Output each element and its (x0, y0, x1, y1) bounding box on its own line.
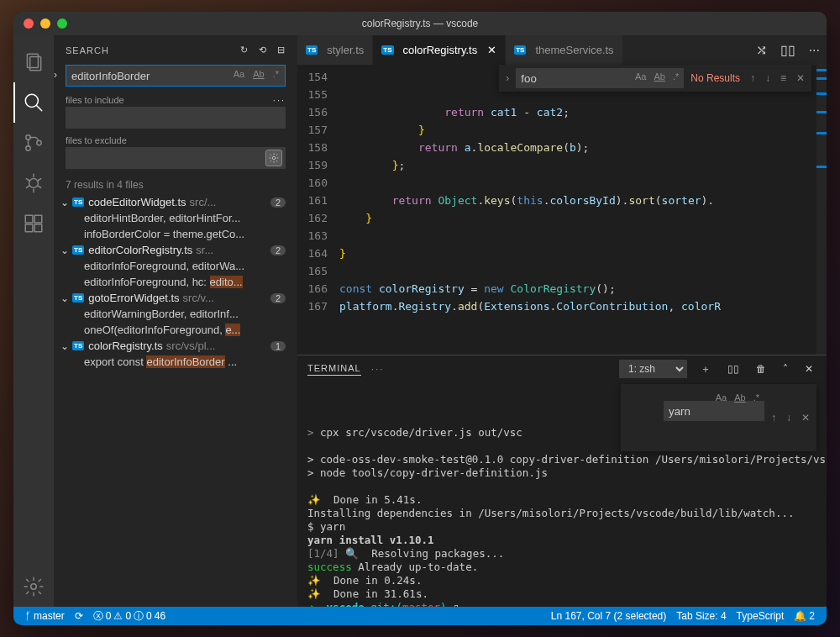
result-file-row[interactable]: ⌄TSeditorColorRegistry.tssr...2 (54, 242, 297, 258)
tab-label: colorRegistry.ts (403, 44, 478, 56)
editor-body[interactable]: 1541551561571581591601611621631641651661… (297, 65, 827, 355)
result-match-row[interactable]: infoBorderColor = theme.getCo... (54, 226, 297, 242)
term-match-case-icon[interactable]: Aa (712, 389, 730, 406)
close-tab-icon[interactable]: ✕ (487, 44, 496, 56)
result-file-row[interactable]: ⌄TScodeEditorWidget.tssrc/...2 (54, 194, 297, 210)
result-match-row[interactable]: editorWarningBorder, editorInf... (54, 306, 297, 322)
ts-file-icon: TS (72, 197, 84, 207)
search-icon[interactable] (13, 82, 54, 123)
term-find-next-icon[interactable]: ↓ (783, 409, 795, 426)
language-mode-status[interactable]: TypeScript (732, 610, 790, 622)
find-next-icon[interactable]: ↓ (762, 71, 774, 86)
git-branch-status[interactable]: ᚶ master (20, 610, 70, 622)
kill-terminal-icon[interactable]: 🗑 (753, 363, 769, 375)
find-match-case-icon[interactable]: Aa (632, 70, 649, 83)
collapse-icon[interactable]: ⊟ (277, 45, 286, 55)
chevron-down-icon[interactable]: ⌄ (60, 340, 72, 352)
terminal-find-widget: Aa Ab .* ↑ ↓ ✕ (621, 384, 816, 451)
split-terminal-icon[interactable]: ▯▯ (724, 363, 743, 375)
files-include-input[interactable] (66, 107, 286, 129)
maximize-panel-icon[interactable]: ˄ (780, 363, 791, 375)
extensions-icon[interactable] (13, 203, 54, 244)
find-regex-icon[interactable]: .* (669, 70, 682, 83)
find-prev-icon[interactable]: ↑ (747, 71, 759, 86)
more-editor-icon[interactable]: ··· (802, 35, 827, 65)
svg-line-10 (38, 179, 40, 181)
files-exclude-input[interactable] (66, 147, 286, 169)
term-regex-icon[interactable]: .* (750, 389, 763, 406)
find-selection-icon[interactable]: ≡ (777, 71, 790, 86)
terminal-tab-label[interactable]: TERMINAL (307, 363, 361, 376)
explorer-icon[interactable] (13, 42, 54, 82)
editor-tab[interactable]: TSstyler.ts (297, 35, 373, 65)
vscode-window: colorRegistry.ts — vscode SEARCH ↻ ⟲ ⊟ › (13, 12, 827, 625)
result-match-row[interactable]: export const editorInfoBorder ... (54, 354, 297, 370)
chevron-down-icon[interactable]: ⌄ (60, 197, 72, 208)
svg-rect-16 (34, 224, 42, 232)
toggle-replace-icon[interactable]: › (54, 69, 57, 81)
file-path: src/vs/pl... (166, 340, 267, 352)
result-match-row[interactable]: editorInfoForeground, editorWa... (54, 258, 297, 274)
ts-file-icon: TS (381, 45, 393, 55)
new-terminal-icon[interactable]: ＋ (697, 362, 714, 376)
debug-icon[interactable] (13, 163, 54, 203)
close-panel-icon[interactable]: ✕ (801, 363, 816, 375)
find-toggle-icon[interactable]: › (502, 71, 512, 86)
use-excludes-icon[interactable] (265, 150, 282, 166)
line-numbers: 1541551561571581591601611621631641651661… (297, 65, 339, 355)
chevron-down-icon[interactable]: ⌄ (60, 292, 72, 304)
ts-file-icon: TS (306, 45, 318, 55)
svg-line-11 (26, 186, 29, 187)
term-find-close-icon[interactable]: ✕ (798, 409, 813, 426)
titlebar[interactable]: colorRegistry.ts — vscode (13, 12, 827, 35)
editor-group: TSstyler.tsTScolorRegistry.ts✕TSthemeSer… (297, 35, 827, 607)
cursor-pos-status[interactable]: Ln 167, Col 7 (2 selected) (546, 610, 671, 622)
file-name: colorRegistry.ts (88, 340, 163, 352)
panel-more-icon[interactable]: ··· (371, 363, 385, 375)
code-content[interactable]: return cat1 - cat2; } return a.localeCom… (339, 65, 827, 355)
match-count-badge: 2 (270, 293, 286, 303)
result-match-row[interactable]: editorHintBorder, editorHintFor... (54, 210, 297, 226)
compare-icon[interactable]: ⤭ (749, 35, 774, 65)
clear-icon[interactable]: ⟲ (259, 45, 267, 55)
search-input-row: › Aa Ab .* (66, 65, 286, 87)
find-close-icon[interactable]: ✕ (793, 71, 808, 86)
file-path: src/... (190, 196, 267, 208)
settings-gear-icon[interactable] (13, 566, 54, 607)
find-status: No Results (690, 72, 740, 84)
file-name: gotoErrorWidget.ts (88, 292, 179, 304)
notifications-status[interactable]: 🔔 2 (789, 610, 820, 622)
result-file-row[interactable]: ⌄TScolorRegistry.tssrc/vs/pl...1 (54, 338, 297, 354)
find-whole-word-icon[interactable]: Ab (650, 70, 668, 83)
search-results-tree[interactable]: ⌄TScodeEditorWidget.tssrc/...2editorHint… (54, 194, 297, 607)
editor-tabs: TSstyler.tsTScolorRegistry.ts✕TSthemeSer… (297, 35, 827, 65)
refresh-icon[interactable]: ↻ (240, 45, 249, 55)
terminal-body[interactable]: Aa Ab .* ↑ ↓ ✕ > cpx src/vscode/driver.j… (297, 382, 827, 607)
editor-tab[interactable]: TSthemeService.ts (506, 35, 622, 65)
tab-label: themeService.ts (535, 44, 613, 56)
editor-tab[interactable]: TScolorRegistry.ts✕ (373, 35, 506, 65)
split-editor-icon[interactable]: ▯▯ (774, 35, 802, 65)
source-control-icon[interactable] (13, 123, 54, 163)
more-options-icon[interactable]: ··· (273, 95, 286, 105)
sync-status[interactable]: ⟳ (70, 610, 88, 622)
match-count-badge: 2 (270, 245, 286, 255)
result-match-row[interactable]: editorInfoForeground, hc: edito... (54, 274, 297, 290)
file-name: editorColorRegistry.ts (88, 244, 192, 256)
term-find-prev-icon[interactable]: ↑ (768, 409, 780, 426)
match-case-icon[interactable]: Aa (230, 67, 248, 81)
search-options: Aa Ab .* (230, 67, 282, 81)
problems-status[interactable]: ⓧ 0 ⚠ 0 ⓘ 0 46 (88, 609, 171, 624)
terminal-select[interactable]: 1: zsh (619, 360, 687, 378)
match-count-badge: 2 (270, 197, 286, 208)
whole-word-icon[interactable]: Ab (249, 67, 267, 81)
result-file-row[interactable]: ⌄TSgotoErrorWidget.tssrc/v...2 (54, 290, 297, 306)
files-include-label: files to include··· (66, 95, 286, 105)
result-match-row[interactable]: oneOf(editorInfoForeground, e... (54, 322, 297, 338)
minimap[interactable] (816, 65, 827, 355)
main-layout: SEARCH ↻ ⟲ ⊟ › Aa Ab .* files to include… (13, 35, 827, 607)
indent-status[interactable]: Tab Size: 4 (671, 610, 731, 622)
chevron-down-icon[interactable]: ⌄ (60, 245, 72, 256)
term-whole-word-icon[interactable]: Ab (731, 389, 748, 406)
regex-icon[interactable]: .* (270, 67, 282, 81)
